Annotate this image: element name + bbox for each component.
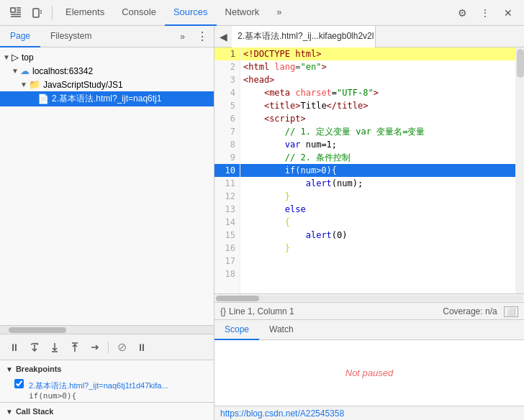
line-num-5: 5	[214, 99, 240, 112]
divider	[52, 6, 53, 20]
inspect-icon[interactable]	[6, 3, 26, 23]
callstack-header[interactable]: ▼ Call Stack	[0, 403, 214, 420]
breakpoint-checkbox[interactable]	[14, 379, 24, 388]
file-tree: ▼ ▷ top ▼ ☁ localhost:63342 ▼ 📁 JavaScri…	[0, 47, 214, 325]
step-into-button[interactable]	[46, 339, 63, 356]
code-content[interactable]: <!DOCTYPE html> <html lang="en"> <head> …	[240, 47, 515, 293]
line-num-6: 6	[214, 112, 240, 125]
code-line-10: if(num>0){	[240, 164, 515, 177]
line-num-8: 8	[214, 138, 240, 151]
tab-bar: Elements Console Sources Network »	[57, 0, 451, 26]
breakpoints-title: Breakpoints	[16, 365, 62, 373]
tab-more[interactable]: »	[268, 0, 290, 26]
right-panel: ◀ 2.基本语法.html?_ij...kifaegb0lh2v2l ✕ 1 2…	[214, 26, 524, 420]
debug-divider	[108, 342, 109, 353]
tab-network[interactable]: Network	[217, 0, 268, 26]
scope-tabs: Scope Watch	[214, 320, 524, 340]
scope-panel: Scope Watch Not paused	[214, 320, 524, 406]
line-num-16: 16	[214, 242, 240, 255]
main-container: Page Filesystem » ⋮ ▼ ▷ top ▼ ☁ localhos…	[0, 26, 524, 420]
breakpoint-code: if(num>0){	[14, 391, 76, 401]
callstack-section: ▼ Call Stack	[0, 402, 214, 420]
pause2-button[interactable]: ⏸	[133, 339, 150, 356]
file-tab[interactable]: 2.基本语法.html?_ij...kifaegb0lh2v2l ✕	[232, 26, 376, 47]
close-devtools-icon[interactable]: ✕	[498, 3, 518, 23]
svg-rect-0	[11, 8, 15, 12]
curly-braces-icon[interactable]: {}	[220, 306, 226, 316]
code-line-12: }	[240, 190, 515, 203]
code-line-3: <head>	[240, 73, 515, 86]
line-num-10: 10	[214, 164, 240, 177]
tree-item-folder[interactable]: ▼ 📁 JavaScriptStudy/JS1	[0, 78, 214, 91]
tab-elements[interactable]: Elements	[57, 0, 113, 26]
h-scrollbar[interactable]	[214, 293, 524, 302]
url-bar: https://blog.csdn.net/A22545358	[214, 406, 524, 420]
tree-label-localhost: localhost:63342	[32, 66, 93, 76]
line-num-17: 17	[214, 255, 240, 268]
left-scrollbar[interactable]	[0, 325, 214, 334]
breakpoints-section: ▼ Breakpoints 2.基本语法.html?_ijt=naq6tj1t1…	[0, 360, 214, 402]
nav-back-icon[interactable]: ◀	[214, 26, 232, 47]
callstack-title: Call Stack	[16, 407, 54, 416]
tree-item-file[interactable]: 📄 2.基本语法.html?_ijt=naq6tj1	[0, 91, 214, 106]
code-line-11: alert(num);	[240, 177, 515, 190]
line-num-3: 3	[214, 73, 240, 86]
cloud-icon: ☁	[20, 65, 30, 76]
subtab-page[interactable]: Page	[0, 26, 40, 47]
code-line-17	[240, 255, 515, 268]
tree-item-top[interactable]: ▼ ▷ top	[0, 50, 214, 64]
scope-tab-scope[interactable]: Scope	[214, 320, 259, 340]
breakpoints-header[interactable]: ▼ Breakpoints	[0, 360, 214, 378]
line-num-7: 7	[214, 125, 240, 138]
svg-rect-6	[33, 9, 39, 17]
code-line-4: <meta charset="UTF-8">	[240, 86, 515, 99]
code-line-8: var num=1;	[240, 138, 515, 151]
bottom-panel: Scope Watch Not paused	[214, 319, 524, 406]
line-num-18: 18	[214, 268, 240, 280]
tree-arrow-folder: ▼	[20, 81, 29, 88]
breakpoint-item: 2.基本语法.html?_ijt=naq6tj1t1d47kifa... if(…	[0, 378, 214, 402]
subtab-dots[interactable]: ⋮	[191, 29, 214, 43]
scroll-thumb	[9, 327, 66, 333]
scope-tab-watch[interactable]: Watch	[259, 320, 304, 340]
pause-button[interactable]: ⏸	[6, 339, 23, 356]
deactivate-button[interactable]: ⊘	[113, 339, 130, 356]
tab-sources[interactable]: Sources	[165, 0, 217, 26]
code-vscroll[interactable]	[515, 47, 524, 293]
tree-arrow-localhost: ▼	[12, 67, 20, 75]
status-left: {} Line 1, Column 1	[220, 306, 294, 316]
tree-icon-top: ▷	[12, 52, 19, 63]
h-scroll-track	[216, 296, 523, 301]
subtab-more[interactable]: »	[174, 32, 191, 42]
step-over-button[interactable]	[26, 339, 43, 356]
line-numbers: 1 2 3 4 5 6 7 8 9 10 11 12 13 14 15 16 1…	[214, 47, 240, 293]
line-num-11: 11	[214, 177, 240, 190]
step-out-button[interactable]	[66, 339, 83, 356]
url-text: https://blog.csdn.net/A22545358	[220, 408, 344, 419]
code-line-2: <html lang="en">	[240, 60, 515, 73]
cursor-position: Line 1, Column 1	[229, 306, 294, 316]
device-icon[interactable]	[27, 3, 48, 23]
file-tab-label: 2.基本语法.html?_ij...kifaegb0lh2v2l	[238, 30, 374, 42]
line-num-4: 4	[214, 86, 240, 99]
coverage-icon[interactable]: ⬜	[504, 306, 518, 317]
code-line-7: // 1. 定义变量 var 变量名=变量	[240, 125, 515, 138]
tab-console[interactable]: Console	[113, 0, 165, 26]
file-icon: 📄	[37, 93, 49, 104]
tree-item-localhost[interactable]: ▼ ☁ localhost:63342	[0, 64, 214, 78]
step-button[interactable]	[86, 339, 104, 356]
line-num-2: 2	[214, 60, 240, 73]
scope-content: Not paused	[214, 340, 524, 406]
settings-icon[interactable]: ⚙	[452, 3, 472, 23]
code-vscroll-thumb	[517, 49, 524, 78]
coverage-status: Coverage: n/a ⬜	[443, 306, 518, 316]
code-area: 1 2 3 4 5 6 7 8 9 10 11 12 13 14 15 16 1…	[214, 47, 524, 293]
code-line-9: // 2. 条件控制	[240, 151, 515, 164]
left-panel: Page Filesystem » ⋮ ▼ ▷ top ▼ ☁ localhos…	[0, 26, 214, 420]
tree-label-top: top	[22, 52, 34, 63]
code-line-6: <script>	[240, 112, 515, 125]
line-num-1: 1	[214, 47, 240, 60]
subtab-filesystem[interactable]: Filesystem	[40, 26, 101, 47]
breakpoints-arrow: ▼	[6, 365, 13, 373]
more-options-icon[interactable]: ⋮	[475, 3, 495, 23]
